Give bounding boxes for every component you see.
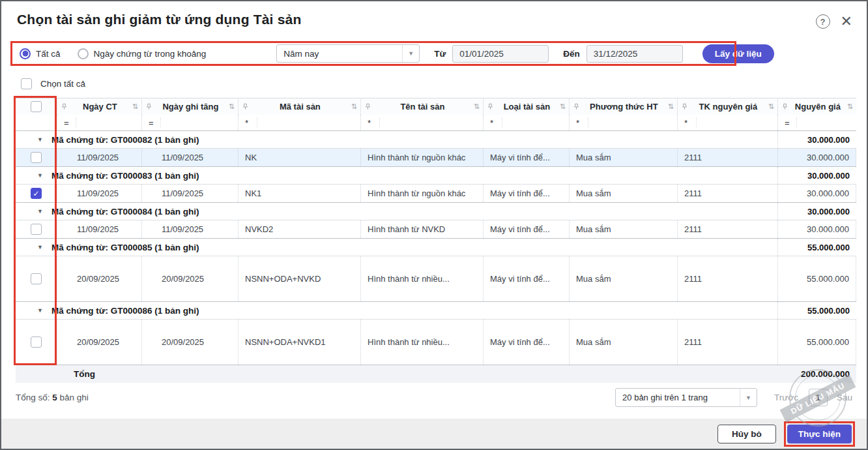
radio-all[interactable]: Tất cả xyxy=(20,48,61,59)
row-checkbox[interactable] xyxy=(31,152,42,163)
filter-input[interactable] xyxy=(588,117,677,128)
page-size-select[interactable]: 20 bản ghi trên 1 trang ▼ xyxy=(615,388,757,407)
sort-icon[interactable]: ⇅ xyxy=(768,102,774,111)
sort-icon[interactable]: ⇅ xyxy=(668,102,674,111)
filter-cell-ten-tai-san[interactable]: * xyxy=(360,115,483,130)
chevron-down-icon[interactable]: ▼ xyxy=(402,45,419,62)
pin-icon[interactable] xyxy=(242,103,249,110)
filter-operator[interactable]: * xyxy=(684,118,696,128)
sort-icon[interactable]: ⇅ xyxy=(132,102,138,111)
table-row[interactable]: ✓11/09/202511/09/2025NK1Hình thành từ ng… xyxy=(16,184,856,202)
cell-loai-tai-san: Máy vi tính để... xyxy=(483,185,569,202)
filter-input[interactable] xyxy=(76,117,141,128)
row-checkbox[interactable] xyxy=(31,273,42,284)
filter-operator[interactable]: * xyxy=(245,118,257,128)
table-row[interactable]: 11/09/202511/09/2025NVKD2Hình thành từ N… xyxy=(16,220,856,238)
row-checkbox[interactable]: ✓ xyxy=(31,188,42,199)
load-data-button[interactable]: Lấy dữ liệu xyxy=(702,44,774,63)
close-icon[interactable]: ✕ xyxy=(841,14,852,29)
column-header-ten-tai-san[interactable]: Tên tài sản⇅ xyxy=(360,98,483,115)
sort-icon[interactable]: ⇅ xyxy=(351,102,357,111)
sort-icon[interactable]: ⇅ xyxy=(229,102,235,111)
footer-bar: Hủy bỏ Thực hiện xyxy=(1,419,867,449)
period-select[interactable]: Năm nay ▼ xyxy=(276,44,420,63)
chevron-down-icon[interactable]: ▼ xyxy=(740,389,757,406)
pin-icon[interactable] xyxy=(145,103,152,110)
sort-icon[interactable]: ⇅ xyxy=(847,102,853,111)
page-number-input[interactable] xyxy=(809,389,828,406)
filter-input[interactable] xyxy=(796,117,856,128)
prev-page-button[interactable]: Trước xyxy=(774,393,798,402)
collapse-icon[interactable]: ▼ xyxy=(37,172,51,179)
sort-icon[interactable]: ⇅ xyxy=(474,102,480,111)
column-label-tk-nguyen-gia: TK nguyên giá xyxy=(690,102,766,112)
group-label: Mã chứng từ: GT000082 (1 bản ghi) xyxy=(51,135,777,145)
row-checkbox[interactable] xyxy=(31,224,42,235)
pagination: 20 bản ghi trên 1 trang ▼ Trước Sau xyxy=(615,388,852,407)
pin-icon[interactable] xyxy=(364,103,371,110)
group-amount-cell: 55.000.000 xyxy=(777,302,856,319)
pin-icon[interactable] xyxy=(61,103,68,110)
filter-operator[interactable]: = xyxy=(64,118,76,128)
column-header-nguyen-gia[interactable]: Nguyên giá⇅ xyxy=(777,98,856,115)
submit-button[interactable]: Thực hiện xyxy=(787,425,852,443)
cell-loai-tai-san: Máy vi tính để... xyxy=(483,256,569,301)
filter-cell-tk-nguyen-gia[interactable]: * xyxy=(677,115,777,130)
to-date-input[interactable] xyxy=(586,45,683,63)
table-row[interactable]: 20/09/202520/09/2025NSNN+ODA+NVKD1Hình t… xyxy=(16,319,856,365)
records-summary: Tổng số: 5 bản ghi xyxy=(16,393,89,402)
header-select-checkbox[interactable] xyxy=(31,101,42,112)
table-row[interactable]: 11/09/202511/09/2025NKHình thành từ nguồ… xyxy=(16,148,856,166)
pin-icon[interactable] xyxy=(573,103,580,110)
select-all-checkbox[interactable] xyxy=(21,78,32,89)
table-filter-row: ==*****= xyxy=(16,115,856,130)
column-header-loai-tai-san[interactable]: Loại tài sản⇅ xyxy=(483,98,569,115)
filter-input[interactable] xyxy=(379,117,483,128)
filter-operator[interactable]: * xyxy=(576,118,588,128)
filter-input[interactable] xyxy=(696,117,777,128)
row-checkbox[interactable] xyxy=(31,337,42,348)
sort-icon[interactable]: ⇅ xyxy=(560,102,566,111)
radio-date-range-control[interactable] xyxy=(78,48,89,59)
cancel-button[interactable]: Hủy bỏ xyxy=(717,425,776,443)
cell-ngay-ct: 11/09/2025 xyxy=(57,149,141,166)
collapse-icon[interactable]: ▼ xyxy=(37,136,51,143)
collapse-icon[interactable]: ▼ xyxy=(37,244,51,250)
filter-cell-ngay-ghi-tang[interactable]: = xyxy=(141,115,238,130)
next-page-button[interactable]: Sau xyxy=(837,393,852,402)
radio-all-control[interactable] xyxy=(20,48,31,59)
collapse-icon[interactable]: ▼ xyxy=(37,307,51,314)
pin-icon[interactable] xyxy=(681,103,688,110)
table-row[interactable]: 20/09/202520/09/2025NSNN+ODA+NVKDHình th… xyxy=(16,256,856,301)
group-amount: 30.000.000 xyxy=(807,207,850,217)
filter-input[interactable] xyxy=(257,117,360,128)
cell-phuong-thuc-ht: Mua sắm xyxy=(569,320,677,365)
column-header-tk-nguyen-gia[interactable]: TK nguyên giá⇅ xyxy=(677,98,777,115)
filter-operator[interactable]: = xyxy=(149,118,160,128)
column-header-ma-tai-san[interactable]: Mã tài sản⇅ xyxy=(238,98,360,115)
filter-operator[interactable]: * xyxy=(490,118,502,128)
cell-nguyen-gia: 55.000.000 xyxy=(777,256,856,301)
group-row: ▼Mã chứng từ: GT000084 (1 bản ghi)30.000… xyxy=(16,202,856,220)
pin-icon[interactable] xyxy=(487,103,494,110)
filter-cell-ngay-ct[interactable]: = xyxy=(57,115,141,130)
column-header-ngay-ghi-tang[interactable]: Ngày ghi tăng⇅ xyxy=(141,98,238,115)
filter-cell-ma-tai-san[interactable]: * xyxy=(238,115,360,130)
filter-cell-phuong-thuc-ht[interactable]: * xyxy=(569,115,677,130)
radio-date-range[interactable]: Ngày chứng từ trong khoảng xyxy=(78,48,207,59)
filter-operator[interactable]: * xyxy=(368,118,379,128)
filter-cell-nguyen-gia[interactable]: = xyxy=(777,115,856,130)
from-date-input[interactable] xyxy=(452,45,549,63)
filter-input[interactable] xyxy=(502,117,569,128)
help-icon[interactable]: ? xyxy=(816,14,830,29)
asset-table: Ngày CT⇅Ngày ghi tăng⇅Mã tài sản⇅Tên tài… xyxy=(16,98,856,383)
column-header-phuong-thuc-ht[interactable]: Phương thức HT⇅ xyxy=(569,98,677,115)
filter-input[interactable] xyxy=(160,117,238,128)
records-summary-suffix: bản ghi xyxy=(60,393,89,402)
column-header-ngay-ct[interactable]: Ngày CT⇅ xyxy=(57,98,141,115)
collapse-icon[interactable]: ▼ xyxy=(37,208,51,215)
filter-operator[interactable]: = xyxy=(785,118,796,128)
filter-cell-loai-tai-san[interactable]: * xyxy=(483,115,569,130)
pin-icon[interactable] xyxy=(781,103,788,110)
cell-ten-tai-san: Hình thành từ nhiều... xyxy=(360,256,483,301)
